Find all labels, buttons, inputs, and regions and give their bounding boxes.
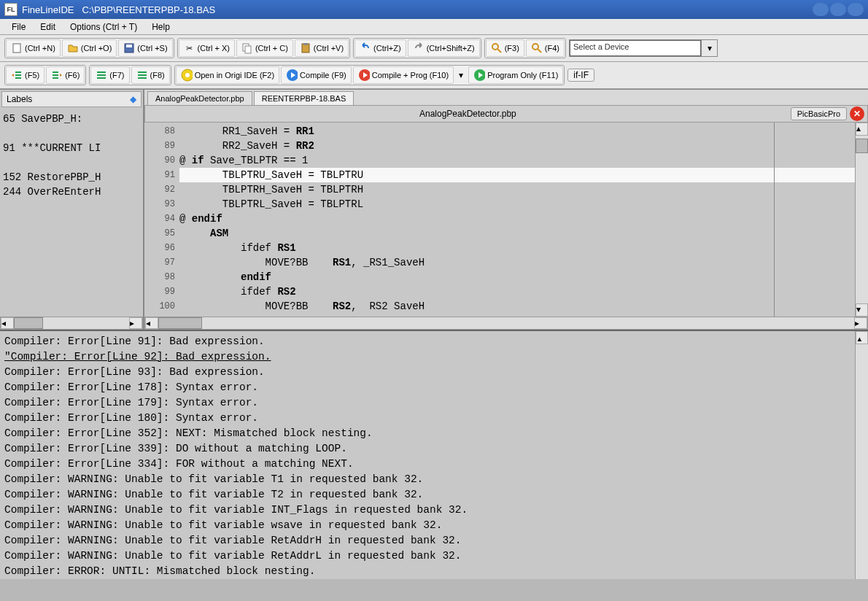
- editor-vscroll[interactable]: ▴ ▾: [855, 123, 868, 317]
- output-line[interactable]: Compiler: ERROR: UNTIL: Mismatched block…: [4, 564, 864, 579]
- play-red-icon: [358, 69, 370, 81]
- open-ide-button[interactable]: Open in Origi IDE (F2): [176, 66, 279, 84]
- label-item[interactable]: 65 SavePBP_H:: [3, 112, 140, 126]
- f7-button[interactable]: (F7): [90, 66, 129, 84]
- scroll-left-icon[interactable]: ◂: [145, 317, 158, 329]
- cut-button[interactable]: ✂(Ctrl + X): [179, 39, 235, 57]
- f5-button[interactable]: (F5): [6, 66, 44, 84]
- label-item[interactable]: 152 RestorePBP_H: [3, 170, 140, 185]
- save-button[interactable]: (Ctrl +S): [118, 39, 172, 57]
- undo-button[interactable]: (Ctrl+Z): [354, 39, 406, 57]
- labels-header[interactable]: Labels ◆: [1, 91, 142, 107]
- code-line[interactable]: ASM: [179, 226, 855, 241]
- scroll-up-icon[interactable]: ▴: [856, 331, 868, 344]
- new-file-icon: [11, 42, 23, 54]
- code-line[interactable]: MOVE?BB RS2, RS2 SaveH: [179, 299, 855, 314]
- output-line[interactable]: Compiler: WARNING: Unable to fit variabl…: [4, 518, 864, 533]
- output-line[interactable]: Compiler: Error[Line 352]: NEXT: Mismatc…: [4, 426, 864, 441]
- code-line[interactable]: @ endif: [179, 212, 855, 226]
- code-line[interactable]: TBLPTRU_SaveH = TBLPTRU: [179, 168, 855, 182]
- label-item[interactable]: 244 OverReEnterH: [3, 185, 140, 199]
- f8-button[interactable]: (F8): [131, 66, 170, 84]
- label-item[interactable]: 91 ***CURRENT LI: [3, 141, 140, 155]
- labels-list[interactable]: 65 SavePBP_H: 91 ***CURRENT LI 152 Resto…: [0, 109, 143, 317]
- find-button[interactable]: (F3): [486, 39, 524, 57]
- menu-file[interactable]: File: [4, 20, 33, 34]
- scroll-up-icon[interactable]: ▴: [856, 123, 868, 136]
- copy-icon: [241, 42, 253, 54]
- close-tab-button[interactable]: ✕: [850, 106, 864, 121]
- output-line[interactable]: Compiler: WARNING: Unable to fit variabl…: [4, 472, 864, 487]
- tab-analog[interactable]: AnalogPeakDetector.pbp: [147, 91, 252, 105]
- scroll-left-icon[interactable]: ◂: [1, 317, 14, 329]
- code-line[interactable]: ifdef RS1: [179, 241, 855, 255]
- output-line[interactable]: Compiler: Error[Line 334]: FOR without a…: [4, 457, 864, 472]
- code-line[interactable]: RR1_SaveH = RR1: [179, 124, 855, 139]
- label-item[interactable]: [3, 155, 140, 170]
- vscroll-thumb[interactable]: [856, 139, 868, 153]
- label-item[interactable]: [3, 126, 140, 141]
- code-line[interactable]: TBLPTRL_SaveH = TBLPTRL: [179, 197, 855, 212]
- dropdown-arrow-icon[interactable]: ▾: [455, 69, 467, 81]
- output-line[interactable]: "Compiler: Error[Line 92]: Bad expressio…: [4, 349, 864, 365]
- redo-button[interactable]: (Ctrl+Shift+Z): [408, 39, 480, 57]
- output-line[interactable]: Compiler: Error[Line 91]: Bad expression…: [4, 334, 864, 349]
- play-blue-icon: [286, 69, 298, 81]
- minimize-button[interactable]: [813, 3, 829, 16]
- chevron-down-icon[interactable]: ▾: [701, 40, 717, 56]
- compile-button[interactable]: Compile (F9): [281, 66, 352, 84]
- new-button[interactable]: (Ctrl +N): [6, 39, 61, 57]
- scroll-down-icon[interactable]: ▾: [856, 303, 868, 317]
- compile-prog-button[interactable]: Compile + Prog (F10): [353, 66, 454, 84]
- output-line[interactable]: Compiler: Error[Line 93]: Bad expression…: [4, 365, 864, 380]
- editor-hscroll[interactable]: ◂ ▸: [144, 317, 868, 330]
- code-line[interactable]: TBLPTRH_SaveH = TBLPTRH: [179, 182, 855, 197]
- menu-help[interactable]: Help: [144, 20, 177, 34]
- play-green-icon: [473, 69, 485, 81]
- output-line[interactable]: Compiler: WARNING: Unable to fit variabl…: [4, 503, 864, 518]
- paste-button[interactable]: (Ctrl +V): [295, 39, 349, 57]
- window-title: FineLineIDE C:\PBP\REENTERPBP-18.BAS: [22, 4, 813, 15]
- output-line[interactable]: Compiler: Error[Line 178]: Syntax error.: [4, 380, 864, 395]
- sidebar-hscroll[interactable]: ◂ ▸: [0, 317, 143, 330]
- device-select-input[interactable]: Select a Device: [570, 40, 701, 56]
- close-window-button[interactable]: [848, 3, 864, 16]
- output-line[interactable]: Compiler: WARNING: Unable to fit variabl…: [4, 533, 864, 548]
- open-button[interactable]: (Ctrl +O): [62, 39, 117, 57]
- output-line[interactable]: Compiler: Error[Line 339]: DO without a …: [4, 441, 864, 457]
- scroll-right-icon[interactable]: ▸: [129, 317, 142, 329]
- f6-button[interactable]: (F6): [46, 66, 85, 84]
- scroll-right-icon[interactable]: ▸: [854, 317, 867, 329]
- main-area: Labels ◆ 65 SavePBP_H: 91 ***CURRENT LI …: [0, 89, 868, 330]
- code-line[interactable]: @ if Save_TBLPTR == 1: [179, 153, 855, 168]
- scroll-thumb[interactable]: [14, 317, 43, 329]
- output-line[interactable]: Compiler: Error[Line 179]: Syntax error.: [4, 395, 864, 411]
- svg-line-10: [538, 49, 541, 53]
- search-next-icon: [531, 42, 543, 54]
- diamond-icon: ◆: [130, 94, 136, 104]
- device-selector[interactable]: Select a Device ▾: [569, 39, 718, 57]
- code-line[interactable]: endif: [179, 270, 855, 284]
- code-line[interactable]: MOVE?BB RS1, _RS1_SaveH: [179, 255, 855, 270]
- code-line[interactable]: ifdef RS2: [179, 284, 855, 299]
- output-vscroll[interactable]: ▴: [855, 331, 868, 579]
- output-line[interactable]: Compiler: WARNING: Unable to fit variabl…: [4, 487, 864, 503]
- menu-edit[interactable]: Edit: [33, 20, 63, 34]
- svg-point-9: [532, 44, 538, 50]
- code-content[interactable]: RR1_SaveH = RR1 RR2_SaveH = RR2@ if Save…: [179, 123, 855, 317]
- program-only-button[interactable]: Program Only (F11): [468, 66, 563, 84]
- copy-button[interactable]: (Ctrl + C): [236, 39, 293, 57]
- scissors-icon: ✂: [184, 42, 195, 54]
- hscroll-thumb[interactable]: [158, 317, 202, 329]
- code-line[interactable]: RR2_SaveH = RR2: [179, 139, 855, 153]
- output-line[interactable]: Compiler: WARNING: Unable to fit variabl…: [4, 548, 864, 564]
- output-line[interactable]: Compiler: Error[Line 180]: Syntax error.: [4, 411, 864, 426]
- ide-icon: [181, 69, 193, 81]
- tab-reenter[interactable]: REENTERPBP-18.BAS: [254, 91, 354, 105]
- maximize-button[interactable]: [830, 3, 846, 16]
- output-panel[interactable]: Compiler: Error[Line 91]: Bad expression…: [0, 330, 868, 579]
- find-next-button[interactable]: (F4): [526, 39, 565, 57]
- code-editor[interactable]: 888990919293949596979899100 RR1_SaveH = …: [144, 123, 868, 317]
- undo-icon: [360, 42, 371, 54]
- menu-options[interactable]: Options (Ctrl + T): [63, 20, 144, 34]
